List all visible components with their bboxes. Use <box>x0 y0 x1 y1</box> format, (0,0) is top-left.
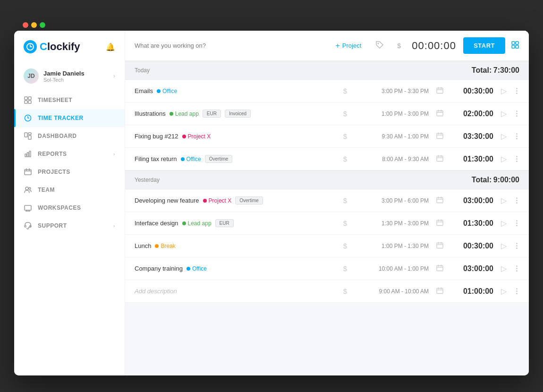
project-dot <box>203 199 207 203</box>
more-options-button[interactable] <box>514 265 519 272</box>
entry-title: Emails <box>135 87 153 94</box>
more-options-button[interactable] <box>514 197 519 204</box>
minimize-button[interactable] <box>31 22 37 28</box>
project-dot <box>182 222 186 225</box>
play-button[interactable]: ▷ <box>498 154 509 163</box>
more-options-button[interactable] <box>514 88 519 94</box>
entry-project[interactable]: Lead app <box>170 111 199 117</box>
entry-title: Lunch <box>135 242 151 249</box>
more-options-button[interactable] <box>514 243 519 249</box>
sidebar-item-dashboard[interactable]: DASHBOARD <box>14 127 125 145</box>
svg-rect-31 <box>437 288 443 293</box>
calendar-icon[interactable] <box>433 264 446 273</box>
maximize-button[interactable] <box>40 22 45 28</box>
sidebar-item-workspaces[interactable]: WORKSPACES <box>14 199 125 217</box>
user-company: Sol-Tech <box>43 77 85 83</box>
table-row: Lunch Break $ 1:00 PM - 1:30 PM <box>125 235 529 257</box>
project-name: Project X <box>188 133 211 140</box>
play-button[interactable]: ▷ <box>498 219 509 228</box>
entry-duration: 01:30:00 <box>451 219 493 228</box>
sidebar-item-time-tracker[interactable]: TIME TRACKER <box>14 109 125 127</box>
entry-description: Developing new feature Project X Overtim… <box>135 196 335 205</box>
entry-project[interactable]: Break <box>155 243 175 249</box>
calendar-icon[interactable] <box>433 242 446 250</box>
sidebar: Clockify 🔔 JD Jamie Daniels Sol-Tech › <box>14 31 125 375</box>
project-selector[interactable]: + Project <box>331 39 366 53</box>
app-logo: Clockify <box>24 40 80 53</box>
sidebar-item-reports[interactable]: REPORTS › <box>14 145 125 163</box>
time-tracker-label: TIME TRACKER <box>38 115 84 121</box>
entry-time: 1:30 PM - 3:00 PM <box>356 220 429 227</box>
svg-rect-27 <box>437 197 443 203</box>
billable-icon[interactable]: $ <box>339 219 351 227</box>
tags-icon[interactable] <box>372 38 388 54</box>
time-tracker-icon <box>24 114 32 122</box>
play-button[interactable]: ▷ <box>498 264 509 273</box>
play-button[interactable]: ▷ <box>498 132 509 141</box>
more-options-button[interactable] <box>514 111 519 117</box>
billable-icon[interactable]: $ <box>393 39 405 52</box>
calendar-icon[interactable] <box>433 219 446 228</box>
play-button[interactable]: ▷ <box>498 109 509 118</box>
entry-project[interactable]: Office <box>187 265 207 272</box>
calendar-icon[interactable] <box>433 196 446 205</box>
calendar-icon[interactable] <box>433 110 446 118</box>
table-row: Company training Office $ 10:00 AM - 1:0… <box>125 257 529 280</box>
svg-rect-4 <box>28 101 31 103</box>
play-button[interactable]: ▷ <box>498 196 509 205</box>
calendar-icon[interactable] <box>433 155 446 163</box>
entry-project[interactable]: Office <box>181 156 201 162</box>
today-total: Total: 7:30:00 <box>472 66 519 75</box>
description-input[interactable] <box>135 42 325 49</box>
close-button[interactable] <box>23 22 28 28</box>
dashboard-icon <box>24 132 32 140</box>
billable-icon[interactable]: $ <box>339 155 351 163</box>
avatar: JD <box>24 68 39 84</box>
sidebar-item-team[interactable]: TEAM <box>14 181 125 199</box>
billable-icon[interactable]: $ <box>339 196 351 205</box>
play-button[interactable]: ▷ <box>498 241 509 250</box>
more-options-button[interactable] <box>514 220 519 226</box>
view-toggle-icon[interactable] <box>511 41 519 51</box>
billable-icon[interactable]: $ <box>339 242 351 250</box>
notifications-icon[interactable]: 🔔 <box>106 43 115 51</box>
more-options-button[interactable] <box>514 133 519 139</box>
reports-label: REPORTS <box>38 151 67 157</box>
entry-description: Filing tax return Office Overtime <box>135 155 335 163</box>
sidebar-item-projects[interactable]: PROJECTS <box>14 163 125 181</box>
entry-duration: 03:00:00 <box>451 264 493 273</box>
entry-project[interactable]: Project X <box>182 133 211 140</box>
svg-rect-19 <box>512 42 515 44</box>
play-button[interactable]: ▷ <box>498 86 509 95</box>
more-options-button[interactable] <box>514 288 519 294</box>
project-dot <box>181 157 185 161</box>
entry-project[interactable]: Project X <box>203 197 232 204</box>
project-name: Office <box>192 265 207 272</box>
calendar-icon[interactable] <box>433 87 446 95</box>
table-row: Add description $ 9:00 AM - 10:00 AM <box>125 280 529 303</box>
sidebar-item-support[interactable]: SUPPORT › <box>14 217 125 235</box>
start-button[interactable]: START <box>463 37 505 54</box>
billable-icon[interactable]: $ <box>339 264 351 273</box>
project-name: Office <box>187 156 201 162</box>
entry-project[interactable]: Lead app <box>182 220 212 227</box>
project-dot <box>170 112 173 116</box>
calendar-icon[interactable] <box>433 132 446 141</box>
svg-rect-3 <box>25 101 27 103</box>
billable-icon[interactable]: $ <box>339 287 351 295</box>
sidebar-item-timesheet[interactable]: TIMESHEET <box>14 91 125 109</box>
svg-rect-8 <box>28 136 31 139</box>
table-row: Illustrations Lead app EUR Invoiced $ 1:… <box>125 102 529 125</box>
entry-title: Interface design <box>135 220 178 227</box>
calendar-icon[interactable] <box>433 287 446 296</box>
entry-project[interactable]: Office <box>157 88 177 94</box>
entry-description: Company training Office <box>135 265 335 272</box>
billable-icon[interactable]: $ <box>339 110 351 118</box>
project-dot <box>155 244 159 248</box>
play-button[interactable]: ▷ <box>498 287 509 296</box>
user-profile[interactable]: JD Jamie Daniels Sol-Tech › <box>14 65 125 87</box>
billable-icon[interactable]: $ <box>339 132 351 140</box>
billable-icon[interactable]: $ <box>339 87 351 95</box>
tag-eur: EUR <box>215 219 234 227</box>
more-options-button[interactable] <box>514 156 519 162</box>
